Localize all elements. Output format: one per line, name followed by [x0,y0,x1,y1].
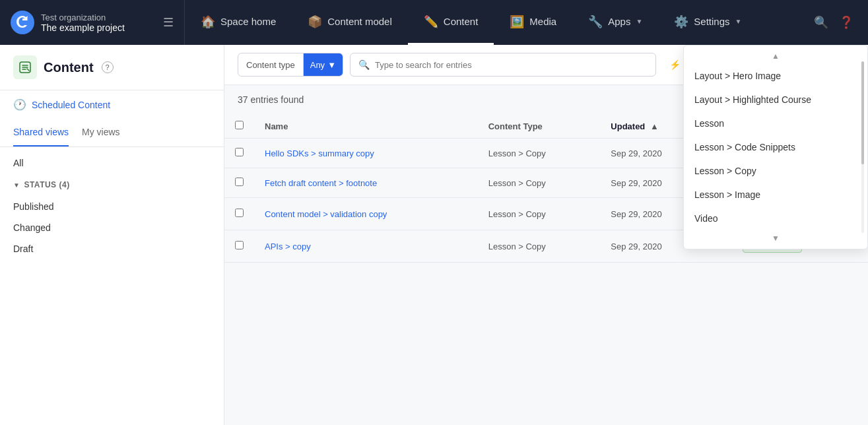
nav-item-space-home[interactable]: 🏠 Space home [185,0,292,45]
nav-item-apps[interactable]: 🔧 Apps ▼ [572,0,658,45]
nav-item-settings[interactable]: ⚙️ Settings ▼ [658,0,757,45]
dropdown-scrollbar [861,61,865,233]
dropdown-item-layout-hero[interactable]: Layout > Hero Image [684,64,867,88]
row-content-type-1: Lesson > Copy [478,168,601,198]
sort-arrow-icon: ▲ [650,121,659,131]
hamburger-icon[interactable]: ☰ [163,15,174,30]
brand-project: The example project [41,22,125,33]
sidebar-section-status[interactable]: ▼ STATUS (4) [0,174,224,196]
row-checkbox-input-3[interactable] [235,241,244,249]
content-header: Content ? [0,45,224,90]
nav-items: 🏠 Space home 📦 Content model ✏️ Content … [185,0,799,45]
brand-text: Test organization The example project [41,13,125,33]
row-name-1[interactable]: Fetch draft content > footnote [254,168,478,198]
scheduled-content-link[interactable]: 🕐 Scheduled Content [0,90,224,119]
content-type-label: Content type [238,53,304,76]
content-help-icon[interactable]: ? [102,61,114,73]
select-all-checkbox[interactable] [235,121,244,129]
sidebar-item-draft[interactable]: Draft [0,238,224,259]
row-name-2[interactable]: Content model > validation copy [254,198,478,230]
entries-count: 37 entries found [238,94,304,105]
search-input[interactable] [375,60,648,70]
tab-my-views[interactable]: My views [82,119,120,147]
top-nav: Test organization The example project ☰ … [0,0,868,45]
row-checkbox-input-1[interactable] [235,178,244,186]
row-content-type-2: Lesson > Copy [478,198,601,230]
sidebar-item-published[interactable]: Published [0,196,224,217]
add-entry-dropdown: ▲ Layout > Hero Image Layout > Highlight… [683,45,868,249]
row-checkbox-input-0[interactable] [235,148,244,156]
sidebar-content-title: Content [44,60,94,75]
row-name-3[interactable]: APIs > copy [254,230,478,263]
sidebar: Content ? 🕐 Scheduled Content Shared vie… [0,45,224,425]
row-name-0[interactable]: Hello SDKs > summary copy [254,139,478,168]
header-name: Name [254,114,478,139]
dropdown-item-layout-highlighted[interactable]: Layout > Highlighted Course [684,88,867,112]
dropdown-item-lesson-image[interactable]: Lesson > Image [684,183,867,207]
search-icon[interactable]: 🔍 [810,11,832,34]
nav-item-label: Media [529,16,556,27]
settings-icon: ⚙️ [674,15,688,29]
apps-chevron-icon: ▼ [636,18,642,25]
dropdown-item-lesson[interactable]: Lesson [684,112,867,135]
nav-item-label: Content model [327,16,392,27]
main-content: Content type Any ▼ 🔍 ⚡ Filter Save as vi… [224,45,868,425]
status-chevron-icon: ▼ [13,181,20,189]
sidebar-item-changed[interactable]: Changed [0,217,224,238]
clock-icon: 🕐 [13,98,26,111]
views-tabs: Shared views My views [0,119,224,147]
content-icon [13,55,37,79]
row-content-type-3: Lesson > Copy [478,230,601,263]
nav-right: 🔍 ❓ [799,11,868,34]
content-model-icon: 📦 [308,15,322,29]
dropdown-scroll-up[interactable]: ▲ [684,48,867,64]
content-nav-icon: ✏️ [424,15,438,29]
search-box[interactable]: 🔍 [350,53,656,77]
updated-label: Updated [611,121,645,131]
nav-item-label: Apps [608,16,630,27]
nav-item-media[interactable]: 🖼️ Media [494,0,572,45]
filter-icon: ⚡ [669,59,681,70]
apps-icon: 🔧 [588,15,603,29]
nav-item-label: Settings [694,16,729,27]
content-type-filter[interactable]: Content type Any ▼ [238,53,343,77]
dropdown-item-lesson-copy[interactable]: Lesson > Copy [684,159,867,183]
scheduled-content-label: Scheduled Content [32,100,110,110]
row-checkbox-0[interactable] [224,139,254,168]
any-chevron-icon: ▼ [327,60,336,70]
sidebar-item-all[interactable]: All [0,152,224,174]
content-area: Content ? 🕐 Scheduled Content Shared vie… [0,45,868,425]
brand-area: Test organization The example project ☰ [0,0,185,45]
row-checkbox-1[interactable] [224,168,254,198]
toolbar: Content type Any ▼ 🔍 ⚡ Filter Save as vi… [224,45,868,85]
any-label: Any [310,60,325,70]
row-checkbox-input-2[interactable] [235,209,244,217]
media-icon: 🖼️ [510,15,524,29]
help-icon[interactable]: ❓ [835,11,857,34]
settings-chevron-icon: ▼ [735,18,742,25]
status-section-label: STATUS (4) [24,180,69,189]
header-content-type: Content Type [478,114,601,139]
tab-shared-views[interactable]: Shared views [13,119,69,147]
svg-point-0 [11,11,34,34]
row-checkbox-3[interactable] [224,230,254,263]
brand-logo-icon [11,11,34,34]
dropdown-scroll-down[interactable]: ▼ [684,230,867,246]
nav-item-content[interactable]: ✏️ Content [408,0,494,45]
row-checkbox-2[interactable] [224,198,254,230]
nav-item-content-model[interactable]: 📦 Content model [292,0,408,45]
dropdown-item-lesson-code[interactable]: Lesson > Code Snippets [684,135,867,159]
header-checkbox-col [224,114,254,139]
sidebar-list: All ▼ STATUS (4) Published Changed Draft [0,147,224,425]
nav-item-label: Space home [220,16,276,27]
row-content-type-0: Lesson > Copy [478,139,601,168]
brand-org: Test organization [41,13,125,22]
nav-item-label: Content [444,16,479,27]
search-box-icon: 🔍 [358,59,370,70]
dropdown-item-video[interactable]: Video [684,207,867,230]
any-dropdown[interactable]: Any ▼ [304,53,343,76]
home-icon: 🏠 [201,15,215,29]
